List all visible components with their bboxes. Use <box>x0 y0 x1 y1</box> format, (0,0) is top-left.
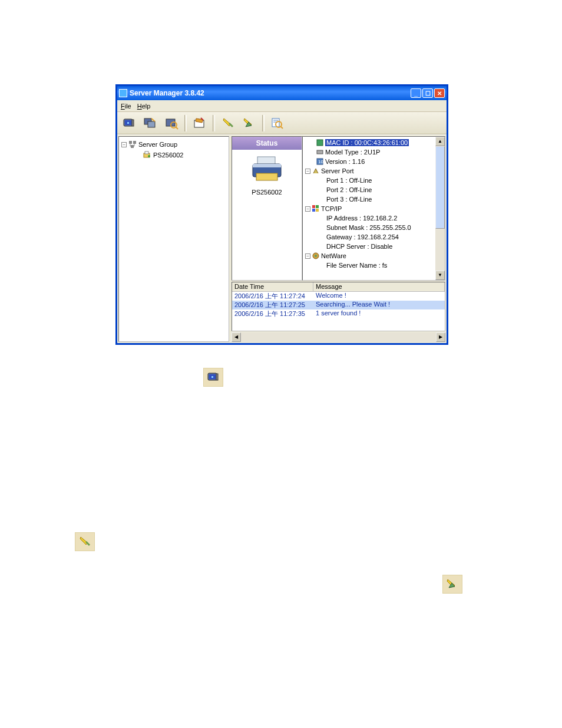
log-row[interactable]: 2006/2/16 上午 11:27:351 server found ! <box>232 309 445 318</box>
scroll-down-button[interactable]: ▼ <box>435 271 445 280</box>
detail-wrapper: MAC ID : 00:0C:43:26:61:00 Model Type : … <box>302 136 445 281</box>
toolbar-separator <box>262 115 265 131</box>
horizontal-scrollbar[interactable]: ◀ ▶ <box>232 332 445 342</box>
log-row[interactable]: 2006/2/16 上午 11:27:25Searching... Please… <box>232 301 445 309</box>
detail-ip[interactable]: IP Address : 192.168.2.2 <box>303 213 435 223</box>
server-icon <box>316 148 324 156</box>
log-col-message[interactable]: Message <box>313 282 445 292</box>
reboot-icon-inline <box>75 532 95 551</box>
tree-pane[interactable]: − Server Group PS256002 <box>118 136 229 342</box>
server-group-icon <box>128 140 137 149</box>
minimize-button[interactable]: _ <box>411 88 421 98</box>
print-server-icon <box>143 150 152 160</box>
detail-port3[interactable]: Port 3 : Off-Line <box>303 195 435 204</box>
port-icon <box>312 167 320 175</box>
scroll-thumb[interactable] <box>435 146 445 229</box>
menu-help[interactable]: Help <box>137 103 151 110</box>
log-pane: Date Time Message 2006/2/16 上午 11:27:24W… <box>232 282 445 331</box>
detail-tcpip[interactable]: −TCP/IP <box>303 204 435 213</box>
svg-rect-41 <box>216 374 218 380</box>
svg-rect-28 <box>317 140 323 146</box>
status-pane: Status PS256002 <box>232 136 302 281</box>
printer-name: PS256002 <box>232 189 302 196</box>
tree-root-label: Server Group <box>138 141 177 148</box>
tcpip-icon <box>312 205 320 213</box>
svg-rect-3 <box>132 120 134 126</box>
search-detail-button[interactable] <box>268 114 287 133</box>
svg-rect-40 <box>211 376 213 378</box>
svg-line-14 <box>280 126 283 129</box>
search-server-icon-inline <box>203 368 223 387</box>
close-button[interactable]: ✕ <box>434 88 445 98</box>
version-icon: 10 <box>316 157 324 166</box>
tree-child[interactable]: PS256002 <box>121 150 226 160</box>
toolbar-separator <box>184 115 187 131</box>
server-manager-window: Server Manager 3.8.42 _ ☐ ✕ File Help <box>115 84 448 345</box>
svg-rect-2 <box>127 122 129 124</box>
svg-line-8 <box>176 127 178 129</box>
log-col-datetime[interactable]: Date Time <box>232 282 313 292</box>
detail-server-port[interactable]: −Server Port <box>303 166 435 176</box>
reboot-button[interactable] <box>219 114 237 133</box>
svg-rect-34 <box>312 209 315 212</box>
svg-rect-32 <box>312 205 315 208</box>
svg-rect-33 <box>316 205 319 208</box>
collapse-icon[interactable]: − <box>121 142 127 147</box>
detail-mac-id[interactable]: MAC ID : 00:0C:43:26:61:00 <box>303 138 435 147</box>
menubar: File Help <box>117 100 447 112</box>
scroll-left-button[interactable]: ◀ <box>232 332 241 342</box>
main-body: − Server Group PS256002 Status PS256002 <box>117 134 447 343</box>
svg-rect-15 <box>129 141 132 144</box>
svg-rect-29 <box>317 150 323 154</box>
toolbar <box>117 112 447 134</box>
detail-subnet[interactable]: Subnet Mask : 255.255.255.0 <box>303 223 435 232</box>
menu-file[interactable]: File <box>121 103 131 110</box>
printer-icon <box>249 154 285 184</box>
svg-rect-16 <box>133 141 136 144</box>
svg-point-37 <box>315 255 317 257</box>
detail-dhcp[interactable]: DHCP Server : Disable <box>303 242 435 251</box>
scroll-right-button[interactable]: ▶ <box>436 332 445 342</box>
properties-button[interactable] <box>162 114 181 133</box>
svg-point-23 <box>148 155 150 157</box>
tree-root[interactable]: − Server Group <box>121 139 226 150</box>
collapse-icon[interactable]: − <box>305 253 310 259</box>
svg-rect-35 <box>316 209 319 212</box>
tree-child-label: PS256002 <box>153 151 183 159</box>
collapse-icon[interactable]: − <box>305 206 310 212</box>
detail-netware[interactable]: −NetWare <box>303 251 435 261</box>
svg-rect-22 <box>145 151 148 154</box>
svg-rect-26 <box>253 164 281 167</box>
scroll-up-button[interactable]: ▲ <box>435 137 445 146</box>
log-header: Date Time Message <box>232 282 445 292</box>
log-row[interactable]: 2006/2/16 上午 11:27:24Welcome ! <box>232 292 445 301</box>
svg-rect-5 <box>148 121 155 127</box>
window-title: Server Manager 3.8.42 <box>130 89 411 97</box>
toolbar-separator <box>213 115 215 131</box>
detail-port1[interactable]: Port 1 : Off-Line <box>303 176 435 185</box>
titlebar[interactable]: Server Manager 3.8.42 _ ☐ ✕ <box>117 86 447 100</box>
upgrade-button[interactable] <box>240 114 259 133</box>
svg-rect-27 <box>256 173 277 180</box>
upgrade-icon-inline <box>442 575 462 594</box>
app-icon <box>119 89 127 97</box>
detail-version[interactable]: 10Version : 1.16 <box>303 157 435 166</box>
chip-icon <box>316 139 324 147</box>
detail-gateway[interactable]: Gateway : 192.168.2.254 <box>303 232 435 242</box>
vertical-scrollbar[interactable]: ▲ ▼ <box>435 137 445 280</box>
detail-model[interactable]: Model Type : 2U1P <box>303 147 435 157</box>
maximize-button[interactable]: ☐ <box>422 88 433 98</box>
detail-port2[interactable]: Port 2 : Off-Line <box>303 185 435 195</box>
status-header: Status <box>232 137 302 150</box>
detail-fileserver[interactable]: File Server Name : fs <box>303 261 435 270</box>
collapse-icon[interactable]: − <box>305 169 310 174</box>
svg-text:10: 10 <box>318 159 323 164</box>
refresh-server-button[interactable] <box>141 114 160 133</box>
search-server-button[interactable] <box>120 114 138 133</box>
netware-icon <box>312 252 320 260</box>
detail-tree[interactable]: MAC ID : 00:0C:43:26:61:00 Model Type : … <box>303 137 435 280</box>
right-column: Status PS256002 MAC ID : 00:0C:43:26:61:… <box>232 136 445 342</box>
setup-button[interactable] <box>190 114 209 133</box>
